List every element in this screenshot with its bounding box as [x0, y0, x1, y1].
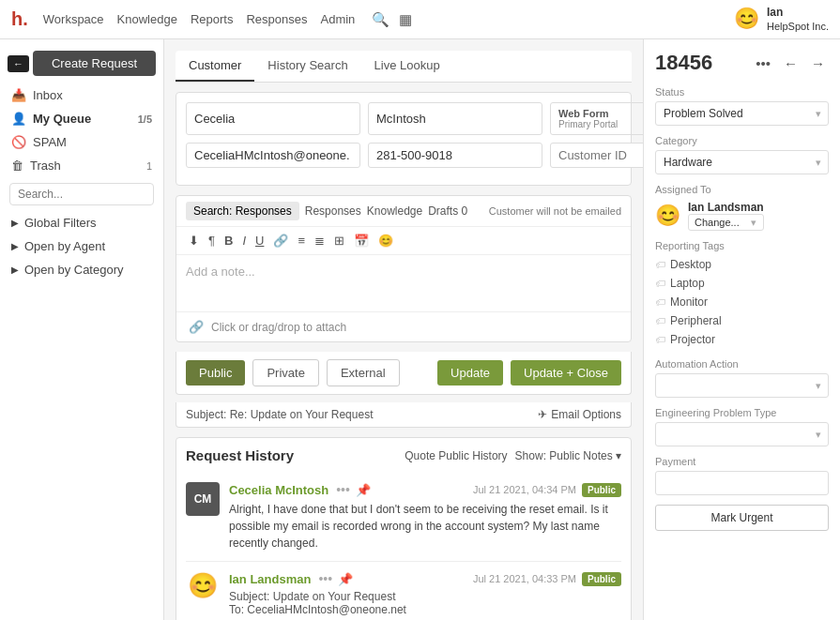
user-avatar: 😊: [734, 7, 759, 31]
italic-icon[interactable]: I: [239, 232, 249, 250]
update-close-btn[interactable]: Update + Close: [511, 360, 621, 386]
customer-id-field[interactable]: [550, 143, 643, 168]
editor-body[interactable]: Add a note...: [176, 255, 631, 311]
msg-pin-1[interactable]: 📌: [338, 572, 353, 586]
avatar-cm: CM: [186, 482, 220, 516]
drafts-label[interactable]: Drafts 0: [428, 204, 467, 218]
category-select[interactable]: Hardware: [655, 150, 829, 174]
ticket-next-btn[interactable]: →: [807, 53, 829, 73]
sidebar-item-inbox[interactable]: 📥 Inbox: [0, 83, 163, 107]
ticket-dots-btn[interactable]: •••: [752, 53, 774, 73]
web-form-info: Web Form Primary Portal: [550, 102, 643, 135]
topbar: h. Workspace Knowledge Reports Responses…: [0, 0, 840, 39]
tag-label-desktop: Desktop: [670, 258, 711, 271]
automation-action-label: Automation Action: [655, 358, 829, 370]
sidebar-item-trash[interactable]: 🗑 Trash 1: [0, 154, 163, 177]
status-select-wrapper: Problem Solved: [655, 101, 829, 126]
msg-subject-1: Subject: Update on Your Request: [229, 590, 621, 603]
engineering-problem-select[interactable]: [655, 422, 829, 446]
nav-workspace[interactable]: Workspace: [43, 12, 104, 26]
table-icon[interactable]: ⊞: [331, 232, 347, 250]
paragraph-icon[interactable]: ¶: [206, 232, 218, 250]
underline-icon[interactable]: U: [252, 232, 267, 250]
show-notes-btn[interactable]: Show: Public Notes ▾: [515, 449, 621, 462]
emoji-icon[interactable]: 😊: [375, 232, 396, 250]
change-assigned-select[interactable]: Change...: [688, 214, 764, 231]
msg-dots-1[interactable]: •••: [318, 571, 332, 586]
mark-urgent-btn[interactable]: Mark Urgent: [655, 505, 829, 531]
sidebar-item-global-filters[interactable]: ▶ Global Filters: [0, 211, 163, 234]
myqueue-icon: 👤: [11, 112, 26, 126]
automation-action-select[interactable]: [655, 373, 829, 398]
first-name-field[interactable]: [186, 102, 360, 135]
msg-greeting-1: Hi Cecelia,: [229, 616, 621, 620]
table-row: CM Cecelia McIntosh ••• 📌 Jul 21 2021, 0…: [186, 473, 621, 562]
email-options-btn[interactable]: ✈ Email Options: [538, 408, 621, 421]
payment-input[interactable]: [655, 471, 829, 495]
msg-dots-0[interactable]: •••: [336, 482, 350, 497]
msg-pin-0[interactable]: 📌: [356, 483, 371, 497]
search-input[interactable]: [9, 183, 154, 205]
attach-label: Click or drag/drop to attach: [211, 321, 346, 334]
grid-icon[interactable]: ▦: [399, 11, 412, 28]
caret-icon-2: ▶: [11, 241, 19, 251]
update-btn[interactable]: Update: [437, 360, 503, 386]
status-label: Status: [655, 86, 829, 98]
nav-responses[interactable]: Responses: [246, 12, 307, 26]
msg-timestamp-1: Jul 21 2021, 04:33 PM: [473, 573, 576, 584]
assigned-info: Ian Landsman Change...: [688, 201, 764, 231]
responses-label[interactable]: Responses: [305, 204, 361, 218]
ticket-prev-btn[interactable]: ←: [780, 53, 802, 73]
caret-icon-3: ▶: [11, 265, 19, 275]
editor-toolbar: ⬇ ¶ B I U 🔗 ≡ ≣ ⊞ 📅 😊: [176, 227, 631, 255]
ticket-actions: ••• ← →: [752, 53, 829, 73]
tab-customer[interactable]: Customer: [176, 51, 254, 82]
attach-icon[interactable]: 🔗: [186, 318, 206, 336]
tags-list: 🏷 Desktop 🏷 Laptop 🏷 Monitor 🏷 Periphera…: [655, 255, 829, 349]
tab-live-lookup[interactable]: Live Lookup: [361, 51, 453, 82]
external-btn[interactable]: External: [327, 359, 400, 386]
nav-reports[interactable]: Reports: [191, 12, 234, 26]
msg-badge-1: Public: [582, 572, 621, 586]
nav-admin[interactable]: Admin: [320, 12, 355, 26]
last-name-field[interactable]: [368, 102, 542, 135]
sidebar-label-inbox: Inbox: [33, 88, 63, 102]
myqueue-badge: 1/5: [138, 113, 152, 125]
download-icon[interactable]: ⬇: [186, 232, 202, 250]
tag-label-projector: Projector: [670, 333, 715, 346]
public-btn[interactable]: Public: [186, 360, 245, 386]
sidebar: ← Create Request 📥 Inbox 👤 My Queue 1/5 …: [0, 39, 164, 620]
create-request-btn[interactable]: Create Request: [33, 51, 156, 76]
msg-timestamp-0: Jul 21 2021, 04:34 PM: [473, 484, 576, 495]
reporting-tags-label: Reporting Tags: [655, 240, 829, 251]
list-ul-icon[interactable]: ≡: [295, 232, 308, 250]
sidebar-item-open-by-category[interactable]: ▶ Open by Category: [0, 258, 163, 281]
calendar-icon[interactable]: 📅: [351, 232, 372, 250]
engineering-problem-label: Engineering Problem Type: [655, 407, 829, 418]
tab-history-search[interactable]: History Search: [254, 51, 360, 82]
private-btn[interactable]: Private: [252, 359, 318, 386]
nav-knowledge[interactable]: Knowledge: [117, 12, 177, 26]
quote-public-history-btn[interactable]: Quote Public History: [405, 449, 507, 462]
sidebar-item-open-by-agent[interactable]: ▶ Open by Agent: [0, 234, 163, 258]
sidebar-item-spam[interactable]: 🚫 SPAM: [0, 130, 163, 154]
knowledge-label[interactable]: Knowledge: [367, 204, 422, 218]
change-assigned-wrapper: Change...: [688, 214, 764, 231]
back-arrow-btn[interactable]: ←: [8, 55, 29, 72]
msg-author-1: Ian Landsman: [229, 572, 311, 586]
action-bar: Public Private External Update Update + …: [176, 352, 632, 395]
assigned-name: Ian Landsman: [688, 201, 764, 214]
sidebar-item-myqueue[interactable]: 👤 My Queue 1/5: [0, 107, 163, 130]
status-select[interactable]: Problem Solved: [655, 101, 829, 126]
search-responses-btn[interactable]: Search: Responses: [186, 202, 299, 220]
table-row: 😊 Ian Landsman ••• 📌 Jul 21 2021, 04:33 …: [186, 562, 621, 620]
email-field[interactable]: [186, 143, 360, 168]
search-icon[interactable]: 🔍: [372, 11, 389, 28]
phone-field[interactable]: [368, 143, 542, 168]
list-ol-icon[interactable]: ≣: [312, 232, 328, 250]
user-company: HelpSpot Inc.: [767, 20, 829, 33]
editor-section: Search: Responses Responses Knowledge Dr…: [176, 195, 632, 342]
link-icon[interactable]: 🔗: [270, 232, 291, 250]
sidebar-label-global-filters: Global Filters: [24, 216, 97, 230]
bold-icon[interactable]: B: [221, 232, 236, 250]
